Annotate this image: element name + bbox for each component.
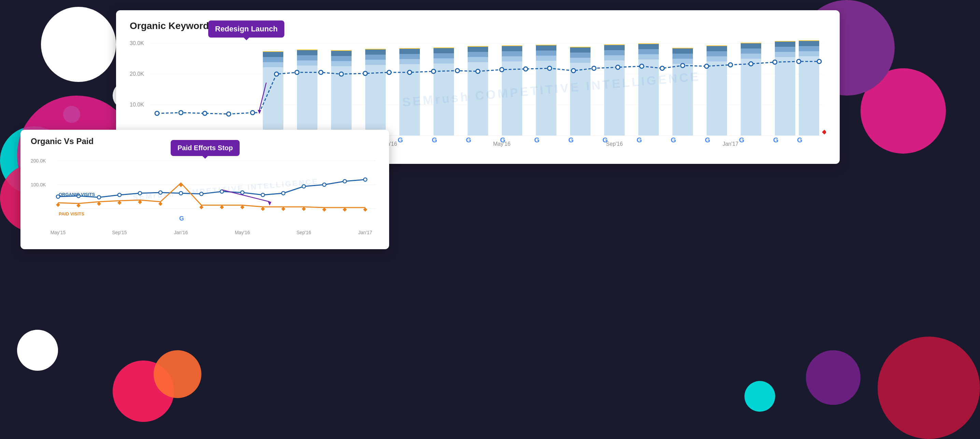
- svg-rect-13: [297, 60, 317, 65]
- svg-point-166: [261, 193, 264, 197]
- bar-group-14: [706, 45, 727, 135]
- svg-point-97: [274, 72, 278, 76]
- svg-text:G: G: [179, 215, 184, 222]
- svg-marker-186: [343, 208, 347, 212]
- svg-point-112: [616, 65, 620, 69]
- svg-point-159: [118, 193, 121, 197]
- svg-rect-88: [799, 51, 819, 56]
- bar-group-3: [331, 50, 352, 135]
- svg-point-102: [387, 70, 391, 75]
- bar-group-15: [741, 43, 761, 135]
- svg-rect-16: [297, 49, 317, 50]
- svg-rect-86: [775, 41, 795, 41]
- svg-rect-53: [570, 58, 590, 63]
- svg-rect-24: [365, 55, 386, 60]
- svg-rect-47: [536, 61, 557, 135]
- svg-text:G: G: [671, 136, 676, 144]
- svg-point-92: [155, 111, 159, 115]
- svg-marker-182: [261, 207, 265, 211]
- svg-rect-22: [365, 65, 386, 135]
- svg-rect-44: [502, 51, 522, 56]
- svg-rect-90: [799, 41, 819, 46]
- svg-point-110: [571, 68, 576, 73]
- svg-rect-83: [775, 52, 795, 57]
- svg-rect-70: [673, 48, 693, 54]
- svg-point-115: [681, 64, 685, 68]
- svg-text:20.0K: 20.0K: [130, 71, 144, 77]
- svg-rect-25: [365, 49, 386, 55]
- svg-marker-184: [302, 207, 306, 211]
- svg-point-158: [97, 196, 101, 199]
- svg-text:May'16: May'16: [493, 141, 510, 147]
- svg-rect-60: [604, 45, 625, 50]
- svg-rect-71: [673, 48, 693, 48]
- svg-text:30.0K: 30.0K: [130, 40, 144, 46]
- svg-text:G: G: [466, 136, 471, 144]
- svg-text:G: G: [534, 136, 540, 144]
- bar-group-13: [673, 48, 693, 135]
- svg-rect-30: [399, 49, 420, 54]
- svg-rect-36: [434, 48, 454, 48]
- svg-rect-66: [638, 43, 659, 44]
- svg-text:Jan'17: Jan'17: [358, 230, 372, 235]
- svg-text:Sep'15: Sep'15: [112, 230, 127, 235]
- svg-rect-87: [799, 56, 819, 135]
- svg-marker-178: [179, 183, 183, 187]
- svg-point-103: [407, 70, 412, 75]
- svg-text:Sep'16: Sep'16: [606, 141, 623, 147]
- svg-point-96: [251, 111, 255, 115]
- svg-point-117: [729, 63, 732, 67]
- organic-vs-paid-card: Organic Vs Paid Paid Efforts Stop 200.0K…: [21, 130, 389, 249]
- svg-rect-80: [741, 43, 761, 48]
- svg-text:G: G: [773, 136, 779, 144]
- svg-point-111: [592, 66, 596, 70]
- svg-point-98: [295, 70, 299, 75]
- svg-rect-74: [706, 51, 727, 56]
- svg-marker-122: [822, 130, 826, 135]
- svg-rect-14: [297, 55, 317, 60]
- svg-text:G: G: [739, 136, 745, 144]
- svg-text:G: G: [797, 136, 802, 144]
- svg-rect-55: [570, 48, 590, 52]
- svg-rect-54: [570, 52, 590, 58]
- svg-point-119: [773, 60, 777, 64]
- svg-point-121: [817, 59, 821, 64]
- svg-marker-172: [56, 203, 60, 207]
- svg-text:G: G: [636, 136, 642, 144]
- svg-rect-76: [706, 45, 727, 46]
- svg-rect-89: [799, 46, 819, 51]
- svg-text:ORGANIC VISITS: ORGANIC VISITS: [59, 192, 95, 197]
- svg-text:Jan'17: Jan'17: [722, 141, 739, 147]
- svg-rect-56: [570, 47, 590, 48]
- svg-rect-62: [638, 59, 659, 135]
- svg-point-118: [749, 62, 753, 66]
- svg-rect-75: [706, 46, 727, 51]
- svg-rect-61: [604, 45, 625, 45]
- svg-rect-58: [604, 55, 625, 60]
- svg-text:SEMrush COMPETITIVE INTELLIGEN: SEMrush COMPETITIVE INTELLIGENCE: [132, 177, 319, 201]
- svg-marker-189: [268, 202, 271, 205]
- svg-rect-72: [706, 62, 727, 135]
- svg-point-113: [640, 64, 644, 68]
- svg-text:G: G: [432, 136, 437, 144]
- redesign-launch-tooltip: Redesign Launch: [208, 21, 284, 38]
- svg-rect-78: [741, 54, 761, 59]
- svg-marker-177: [158, 202, 162, 206]
- svg-marker-185: [322, 208, 326, 212]
- svg-point-167: [282, 191, 285, 195]
- svg-text:Jan'16: Jan'16: [174, 230, 188, 235]
- svg-point-93: [179, 111, 183, 115]
- svg-marker-187: [363, 208, 367, 212]
- svg-rect-91: [799, 40, 819, 41]
- svg-point-99: [319, 70, 323, 75]
- svg-point-169: [323, 183, 326, 186]
- svg-point-106: [476, 69, 480, 73]
- bar-group-17: [799, 40, 819, 135]
- paid-efforts-stop-tooltip: Paid Efforts Stop: [171, 140, 240, 156]
- svg-rect-10: [263, 52, 283, 57]
- svg-marker-173: [76, 204, 81, 208]
- svg-rect-84: [775, 47, 795, 52]
- svg-rect-46: [502, 45, 522, 46]
- svg-point-114: [660, 66, 664, 70]
- svg-point-101: [363, 72, 367, 75]
